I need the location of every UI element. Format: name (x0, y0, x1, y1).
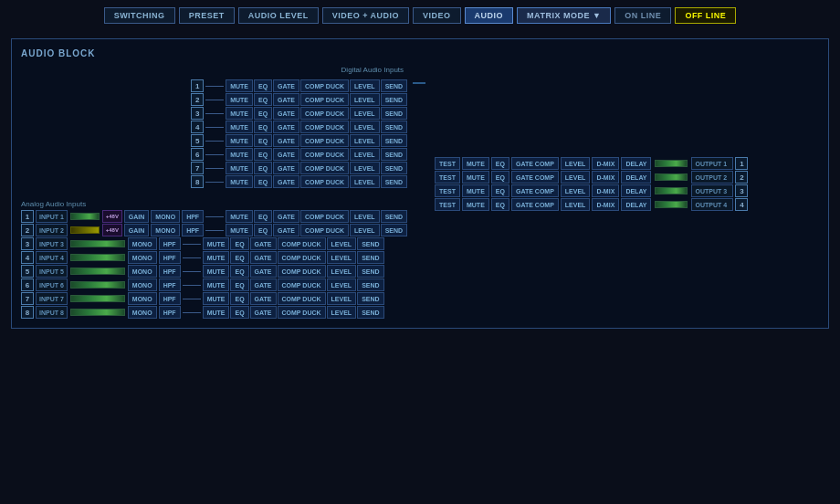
analog-level-6[interactable]: LEVEL (327, 278, 357, 291)
dig-level-7[interactable]: LEVEL (350, 162, 380, 174)
out-delay-3[interactable]: DELAY (621, 184, 651, 197)
out-gatecomp-3[interactable]: GATE COMP (511, 184, 559, 197)
analog-gate-5[interactable]: GATE (250, 265, 277, 278)
analog-mono-1[interactable]: MONO (151, 210, 180, 223)
analog-mono-6[interactable]: MONO (128, 278, 157, 291)
out-dmix-1[interactable]: D-MIX (592, 157, 619, 170)
out-fader-1[interactable] (655, 160, 688, 167)
analog-mute-8[interactable]: MUTE (203, 306, 230, 319)
analog-gate-4[interactable]: GATE (250, 251, 277, 264)
dig-compduck-3[interactable]: COMP DUCK (300, 107, 349, 120)
dig-compduck-8[interactable]: COMP DUCK (300, 175, 349, 188)
analog-hpf-6[interactable]: HPF (159, 278, 181, 291)
out-delay-1[interactable]: DELAY (621, 157, 651, 170)
analog-gate-2[interactable]: GATE (273, 224, 299, 236)
out-dmix-4[interactable]: D-MIX (592, 198, 619, 211)
analog-hpf-2[interactable]: HPF (182, 224, 204, 236)
nav-matrix-mode[interactable]: MATRIX MODE ▼ (517, 7, 611, 24)
dig-level-5[interactable]: LEVEL (350, 134, 380, 147)
dig-gate-3[interactable]: GATE (273, 107, 299, 120)
dig-eq-7[interactable]: EQ (254, 162, 272, 174)
dig-mute-7[interactable]: MUTE (226, 162, 253, 174)
nav-switching[interactable]: SWITCHING (104, 7, 175, 24)
dig-level-8[interactable]: LEVEL (350, 175, 380, 188)
dig-level-2[interactable]: LEVEL (350, 93, 380, 106)
dig-eq-1[interactable]: EQ (254, 79, 272, 92)
out-gatecomp-1[interactable]: GATE COMP (511, 157, 559, 170)
dig-send-3[interactable]: SEND (381, 107, 407, 120)
out-level-2[interactable]: LEVEL (561, 171, 591, 184)
nav-audio[interactable]: AUDIO (465, 7, 514, 24)
out-level-1[interactable]: LEVEL (561, 157, 591, 170)
out-test-1[interactable]: TEST (435, 157, 460, 170)
analog-level-8[interactable]: LEVEL (327, 306, 357, 319)
dig-level-3[interactable]: LEVEL (350, 107, 380, 120)
analog-compduck-8[interactable]: COMP DUCK (278, 306, 326, 319)
nav-video[interactable]: VIDEO (413, 7, 461, 24)
analog-eq-4[interactable]: EQ (230, 251, 248, 264)
out-dmix-2[interactable]: D-MIX (592, 171, 619, 184)
analog-mute-3[interactable]: MUTE (203, 237, 230, 250)
analog-hpf-3[interactable]: HPF (159, 237, 181, 250)
analog-48v-2[interactable]: +48V (102, 224, 122, 236)
out-test-4[interactable]: TEST (435, 198, 460, 211)
dig-eq-4[interactable]: EQ (254, 121, 272, 133)
analog-fader-2[interactable] (70, 226, 100, 234)
analog-send-5[interactable]: SEND (357, 265, 383, 278)
dig-mute-6[interactable]: MUTE (226, 148, 253, 161)
out-delay-4[interactable]: DELAY (621, 198, 651, 211)
analog-48v-1[interactable]: +48V (102, 210, 122, 223)
out-dmix-3[interactable]: D-MIX (592, 184, 619, 197)
analog-gain-1[interactable]: GAIN (124, 210, 150, 223)
dig-eq-8[interactable]: EQ (254, 175, 272, 188)
out-eq-3[interactable]: EQ (491, 184, 509, 197)
analog-mono-4[interactable]: MONO (128, 251, 157, 264)
out-fader-2[interactable] (655, 173, 688, 181)
nav-audio-level[interactable]: AUDIO LEVEL (238, 7, 319, 24)
analog-eq-3[interactable]: EQ (230, 237, 248, 250)
nav-offline[interactable]: OFF LINE (675, 7, 736, 24)
out-fader-3[interactable] (655, 187, 688, 194)
analog-gate-3[interactable]: GATE (250, 237, 277, 250)
dig-send-2[interactable]: SEND (381, 93, 407, 106)
analog-send-1[interactable]: SEND (381, 210, 407, 223)
analog-compduck-5[interactable]: COMP DUCK (278, 265, 326, 278)
out-gatecomp-2[interactable]: GATE COMP (511, 171, 559, 184)
out-test-3[interactable]: TEST (435, 184, 460, 197)
dig-send-8[interactable]: SEND (381, 175, 407, 188)
analog-fader-8[interactable] (70, 309, 125, 316)
dig-eq-3[interactable]: EQ (254, 107, 272, 120)
dig-compduck-7[interactable]: COMP DUCK (300, 162, 349, 174)
dig-level-6[interactable]: LEVEL (350, 148, 380, 161)
dig-gate-5[interactable]: GATE (273, 134, 299, 147)
dig-mute-4[interactable]: MUTE (226, 121, 253, 133)
dig-compduck-1[interactable]: COMP DUCK (300, 79, 349, 92)
dig-mute-1[interactable]: MUTE (226, 79, 253, 92)
analog-gain-2[interactable]: GAIN (124, 224, 150, 236)
analog-compduck-4[interactable]: COMP DUCK (278, 251, 326, 264)
analog-mono-5[interactable]: MONO (128, 265, 157, 278)
out-mute-3[interactable]: MUTE (462, 184, 489, 197)
out-mute-4[interactable]: MUTE (462, 198, 489, 211)
dig-compduck-2[interactable]: COMP DUCK (300, 93, 349, 106)
analog-hpf-1[interactable]: HPF (182, 210, 204, 223)
nav-video-audio[interactable]: VIDEO + AUDIO (322, 7, 409, 24)
analog-fader-3[interactable] (70, 240, 125, 247)
analog-compduck-1[interactable]: COMP DUCK (300, 210, 349, 223)
analog-send-3[interactable]: SEND (357, 237, 383, 250)
out-eq-2[interactable]: EQ (491, 171, 509, 184)
analog-eq-5[interactable]: EQ (230, 265, 248, 278)
analog-mute-1[interactable]: MUTE (226, 210, 253, 223)
out-level-3[interactable]: LEVEL (561, 184, 591, 197)
analog-hpf-4[interactable]: HPF (159, 251, 181, 264)
dig-eq-2[interactable]: EQ (254, 93, 272, 106)
analog-hpf-8[interactable]: HPF (159, 306, 181, 319)
analog-level-5[interactable]: LEVEL (327, 265, 357, 278)
analog-send-4[interactable]: SEND (357, 251, 383, 264)
analog-send-7[interactable]: SEND (357, 292, 383, 305)
analog-compduck-6[interactable]: COMP DUCK (278, 278, 326, 291)
analog-eq-1[interactable]: EQ (254, 210, 272, 223)
dig-gate-7[interactable]: GATE (273, 162, 299, 174)
nav-online[interactable]: ON LINE (614, 7, 671, 24)
analog-fader-1[interactable] (70, 213, 100, 220)
